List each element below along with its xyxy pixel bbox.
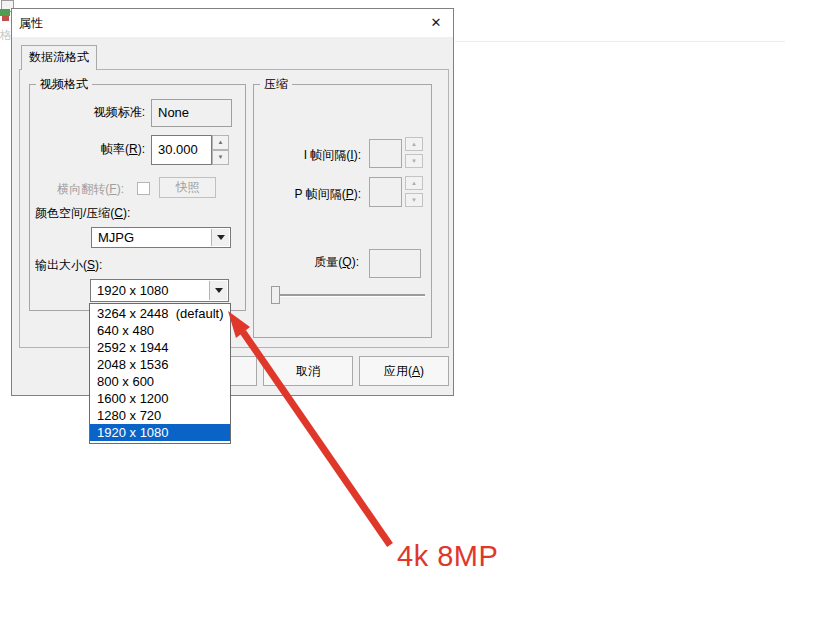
color-space-label: 颜色空间/压缩(C): [35,205,130,222]
chevron-down-icon[interactable] [211,229,229,246]
video-standard-label: 视频标准: [62,104,145,121]
frame-rate-label: 帧率(R): [62,141,145,158]
i-frame-spinner: ▲ ▼ [405,137,423,168]
frame-rate-input[interactable]: 30.000 [151,135,212,165]
compression-group-title: 压缩 [260,77,292,91]
spin-up-icon[interactable]: ▲ [212,135,229,150]
dropdown-item[interactable]: 1600 x 1200 [90,390,230,407]
i-frame-interval-input [369,139,402,168]
annotation-text: 4k 8MP [397,540,498,573]
dropdown-item[interactable]: 3264 x 2448 (default) [90,305,230,322]
p-frame-interval-input [369,177,402,207]
color-space-value: MJPG [98,228,134,247]
snapshot-button[interactable]: 快照 [159,177,216,198]
cancel-button[interactable]: 取消 [263,356,353,386]
close-icon[interactable]: ✕ [420,10,452,36]
spin-down-icon: ▼ [405,154,423,168]
screen: 格 属性 ✕ 数据流格式 视频格式 视频标准: None 帧率(R): 30.0… [0,0,838,625]
output-size-label: 输出大小(S): [35,257,102,274]
p-frame-interval-label: P 帧间隔(P): [272,186,361,203]
horizontal-flip-label: 横向翻转(F): [52,181,124,198]
quality-slider[interactable] [271,286,280,304]
dropdown-item[interactable]: 2592 x 1944 [90,339,230,356]
dropdown-item[interactable]: 800 x 600 [90,373,230,390]
chevron-down-icon[interactable] [209,281,227,300]
title-bar[interactable]: 属性 ✕ [12,9,453,37]
quality-input [369,249,421,278]
spin-up-icon: ▲ [405,137,423,151]
p-frame-spinner: ▲ ▼ [405,176,423,207]
horizontal-flip-checkbox[interactable] [137,182,150,195]
quality-slider-track [275,294,425,297]
output-size-dropdown-list: 3264 x 2448 (default)640 x 4802592 x 194… [89,303,231,444]
video-standard-field: None [151,99,232,127]
i-frame-interval-label: I 帧间隔(I): [272,147,361,164]
output-size-combobox[interactable]: 1920 x 1080 [90,279,229,302]
color-space-combobox[interactable]: MJPG [91,227,231,248]
output-size-value: 1920 x 1080 [97,280,169,301]
dropdown-item[interactable]: 2048 x 1536 [90,356,230,373]
background-window-edge [455,41,785,42]
dropdown-item[interactable]: 1280 x 720 [90,407,230,424]
dialog-title: 属性 [19,9,43,37]
dropdown-item[interactable]: 1920 x 1080 [90,424,230,441]
spin-down-icon[interactable]: ▼ [212,150,229,165]
properties-dialog: 属性 ✕ 数据流格式 视频格式 视频标准: None 帧率(R): 30.000… [11,8,454,396]
quality-label: 质量(Q): [270,254,359,271]
tab-stream-format[interactable]: 数据流格式 [21,45,97,70]
spin-up-icon: ▲ [405,176,423,190]
dropdown-item[interactable]: 640 x 480 [90,322,230,339]
frame-rate-spinner: ▲ ▼ [212,135,229,165]
spin-down-icon: ▼ [405,193,423,207]
video-format-group-title: 视频格式 [36,77,92,91]
apply-button[interactable]: 应用(A) [359,356,449,386]
